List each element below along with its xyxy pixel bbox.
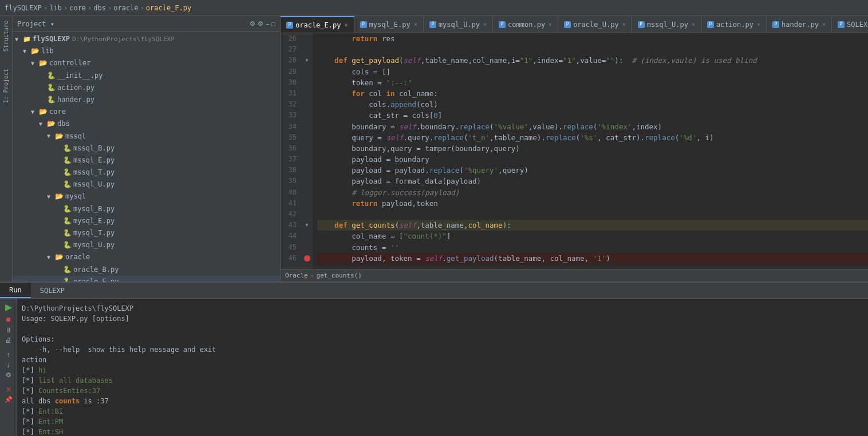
tree-item-oracle-e[interactable]: 🐍 oracle_E.py — [13, 276, 280, 282]
ln-42: 42 — [283, 209, 297, 220]
tree-item-controller[interactable]: ▼ 📂 controller — [13, 57, 280, 69]
tree-item-mysql-e[interactable]: 🐍 mysql_E.py — [13, 215, 280, 227]
pin-button[interactable]: 📌 — [4, 396, 13, 403]
arrow-core: ▼ — [31, 108, 39, 117]
sync-button[interactable]: ⚙ — [250, 20, 255, 27]
tree-item-mssql-t[interactable]: 🐍 mssql_T.py — [13, 167, 280, 179]
tab-oracle-u-close[interactable]: × — [622, 21, 626, 27]
arrow-oracle: ▼ — [47, 253, 55, 262]
stop-button[interactable]: ■ — [5, 315, 11, 324]
ln-45: 45 — [283, 242, 297, 253]
tab-sqlexp[interactable]: P SQLEXP.py × — [832, 16, 868, 33]
gear-button[interactable]: ⚙ — [258, 20, 263, 27]
tree-item-mysql-b[interactable]: 🐍 mysql_B.py — [13, 203, 280, 215]
tab-oracle-u-icon: P — [564, 21, 571, 28]
tree-item-mssql-e[interactable]: 🐍 mssql_E.py — [13, 154, 280, 167]
tab-oracle-u[interactable]: P oracle_U.py × — [558, 16, 632, 33]
project-dropdown[interactable]: Project ▾ — [17, 20, 54, 28]
pause-button[interactable]: ⏸ — [5, 326, 13, 334]
arrow-mssql: ▼ — [47, 132, 55, 141]
tab-mysql-e[interactable]: P mysql_E.py × — [354, 16, 424, 33]
bottom-tab-sqlexp[interactable]: SQLEXP — [31, 283, 74, 298]
print-button[interactable]: 🖨 — [5, 336, 12, 344]
tree-item-core[interactable]: ▼ 📂 core — [13, 106, 280, 118]
tab-mssql-u[interactable]: P mssql_U.py × — [632, 16, 701, 33]
code-line-42 — [317, 209, 868, 220]
scroll-up-button[interactable]: ↑ — [6, 351, 11, 359]
tab-mysql-u[interactable]: P mysql_U.py × — [424, 16, 493, 33]
ln-44: 44 — [283, 231, 297, 241]
arrow-mysql: ▼ — [47, 192, 55, 201]
tab-common-close[interactable]: × — [549, 21, 552, 27]
tree-item-mssql-folder[interactable]: ▼ 📂 mssql — [13, 130, 280, 142]
ln-32: 32 — [283, 99, 297, 110]
tree-item-init[interactable]: 🐍 __init__.py — [13, 70, 280, 82]
tab-common[interactable]: P common.py × — [493, 16, 558, 33]
status-method: get_counts() — [316, 272, 361, 279]
mssql-b-icon: 🐍 — [63, 143, 72, 154]
tab-hander-close[interactable]: × — [822, 21, 826, 27]
mysql-u-icon: 🐍 — [63, 240, 72, 251]
tree-label-hander: hander.py — [57, 94, 94, 105]
tree-item-mssql-u[interactable]: 🐍 mssql_U.py — [13, 179, 280, 191]
ln-33: 33 — [283, 110, 297, 121]
tab-oracle-e-close[interactable]: × — [344, 22, 348, 28]
tab-hander[interactable]: P hander.py × — [767, 16, 832, 33]
tree-item-action[interactable]: 🐍 action.py — [13, 82, 280, 94]
core-icon: 📂 — [39, 106, 48, 117]
project-icon: 📁 — [23, 34, 31, 45]
scroll-down-button[interactable]: ↓ — [6, 361, 11, 369]
tree-item-hander[interactable]: 🐍 hander.py — [13, 94, 280, 106]
bottom-tab-run[interactable]: Run — [0, 283, 31, 298]
tree-item-mysql-u[interactable]: 🐍 mysql_U.py — [13, 239, 280, 251]
output-line-9: [*] CountsEnties:37 — [22, 386, 863, 396]
ln-37: 37 — [283, 154, 297, 165]
tree-item-oracle-folder[interactable]: ▼ 📂 oracle — [13, 251, 280, 263]
ln-27: 27 — [283, 44, 297, 55]
collapse-button[interactable]: − — [266, 20, 269, 27]
tree-item-mysql-folder[interactable]: ▼ 📂 mysql — [13, 191, 280, 203]
fold-28[interactable]: ▼ — [306, 55, 309, 66]
terminal-output[interactable]: D:\PythonProjects\flySQLEXP Usage: SQLEX… — [17, 299, 868, 436]
bottom-toolbar: ▶ ■ ⏸ 🖨 ↑ ↓ ⚙ ✕ 📌 — [0, 299, 17, 436]
tree-label-oracle: oracle — [65, 252, 90, 263]
tab-mysql-u-close[interactable]: × — [483, 21, 487, 27]
app-window: flySQLEXP › lib › core › dbs › oracle › … — [0, 0, 868, 436]
output-line-10: all dbs counts is :37 — [22, 396, 863, 406]
code-line-38: payload = payload.replace('%query',query… — [317, 165, 868, 176]
settings-run-button[interactable]: ⚙ — [5, 371, 12, 379]
tab-action[interactable]: P action.py × — [701, 16, 767, 33]
tree-item-mssql-b[interactable]: 🐍 mssql_B.py — [13, 142, 280, 154]
ln-39: 39 — [283, 176, 297, 187]
tree-item-root[interactable]: ▼ 📁 flySQLEXP D:\PythonProjects\flySQLEX… — [13, 33, 280, 45]
tab-action-close[interactable]: × — [757, 21, 760, 27]
output-line-7: [*] hi — [22, 365, 863, 375]
output-line-4: Options: — [22, 334, 863, 344]
close-run-button[interactable]: ✕ — [5, 386, 12, 394]
tab-action-label: action.py — [716, 21, 753, 29]
gutter-45 — [301, 242, 313, 253]
code-line-35: query = self.query.replace('t_n',table_n… — [317, 132, 868, 143]
ln-40: 40 — [283, 187, 297, 198]
tab-oracle-e[interactable]: P oracle_E.py × — [281, 16, 354, 33]
code-editor: 26 27 28 29 30 31 32 33 34 35 36 37 38 3… — [281, 33, 868, 269]
gutter-31 — [301, 88, 313, 99]
tree-item-dbs[interactable]: ▼ 📂 dbs — [13, 118, 280, 130]
tree-item-oracle-b[interactable]: 🐍 oracle_B.py — [13, 264, 280, 276]
breadcrumb-core: core — [69, 4, 86, 12]
tab-common-label: common.py — [508, 21, 545, 29]
fold-43[interactable]: ▼ — [306, 220, 309, 231]
run-button[interactable]: ▶ — [5, 302, 13, 312]
code-line-30: token = ":--:" — [317, 77, 868, 88]
code-content[interactable]: return res def get_payload(self,table_na… — [313, 33, 868, 269]
tree-item-mysql-t[interactable]: 🐍 mysql_T.py — [13, 227, 280, 239]
line-numbers: 26 27 28 29 30 31 32 33 34 35 36 37 38 3… — [281, 33, 301, 269]
gutter-42 — [301, 209, 313, 220]
breakpoint-46[interactable] — [304, 255, 310, 261]
expand-button[interactable]: □ — [271, 20, 275, 27]
tree-item-lib[interactable]: ▼ 📂 lib — [13, 45, 280, 57]
tab-mssql-u-close[interactable]: × — [692, 21, 695, 27]
sidebar-tree: ▼ 📁 flySQLEXP D:\PythonProjects\flySQLEX… — [13, 32, 280, 282]
code-line-29: cols = [] — [317, 66, 868, 77]
tab-mysql-e-close[interactable]: × — [414, 21, 417, 27]
